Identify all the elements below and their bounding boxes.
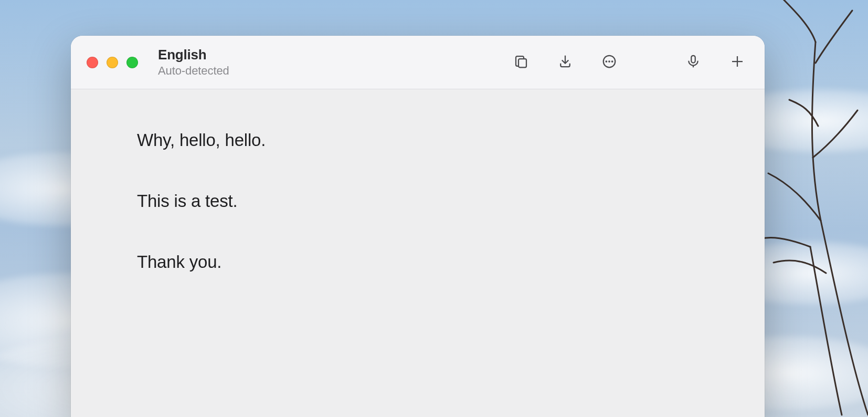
record-button[interactable]: [682, 51, 705, 74]
plus-icon: [729, 54, 745, 71]
svg-point-3: [609, 61, 610, 62]
transcript-line: This is a test.: [137, 191, 698, 211]
close-window-button[interactable]: [87, 57, 98, 68]
titlebar: English Auto-detected: [71, 36, 765, 89]
window-controls: [87, 57, 138, 68]
more-button[interactable]: [598, 51, 621, 74]
svg-rect-0: [518, 59, 526, 67]
app-window: English Auto-detected: [71, 36, 765, 417]
transcript-line: Why, hello, hello.: [137, 130, 698, 150]
detection-mode-label: Auto-detected: [158, 64, 229, 78]
transcript-line: Thank you.: [137, 252, 698, 272]
title-block[interactable]: English Auto-detected: [158, 47, 229, 78]
more-icon: [601, 54, 617, 71]
microphone-icon: [685, 54, 701, 71]
toolbar: [510, 51, 749, 74]
svg-point-2: [606, 61, 607, 62]
detected-language-label: English: [158, 47, 229, 63]
copy-button[interactable]: [510, 51, 533, 74]
save-button[interactable]: [554, 51, 577, 74]
svg-rect-5: [691, 55, 695, 62]
zoom-window-button[interactable]: [126, 57, 138, 68]
download-icon: [557, 54, 573, 71]
minimize-window-button[interactable]: [107, 57, 118, 68]
svg-point-4: [612, 61, 613, 62]
copy-icon: [513, 54, 529, 71]
new-button[interactable]: [726, 51, 749, 74]
transcript-area[interactable]: Why, hello, hello. This is a test. Thank…: [71, 89, 765, 417]
